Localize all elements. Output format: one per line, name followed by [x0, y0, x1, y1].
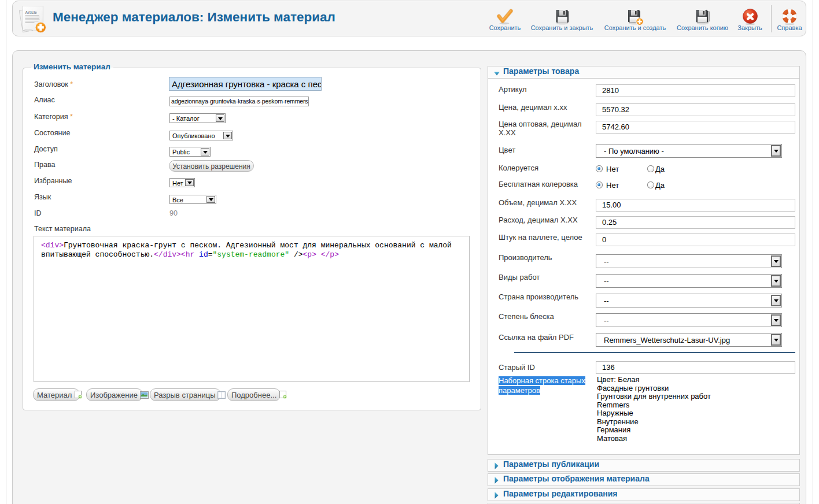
svg-text:Article: Article — [25, 10, 38, 14]
